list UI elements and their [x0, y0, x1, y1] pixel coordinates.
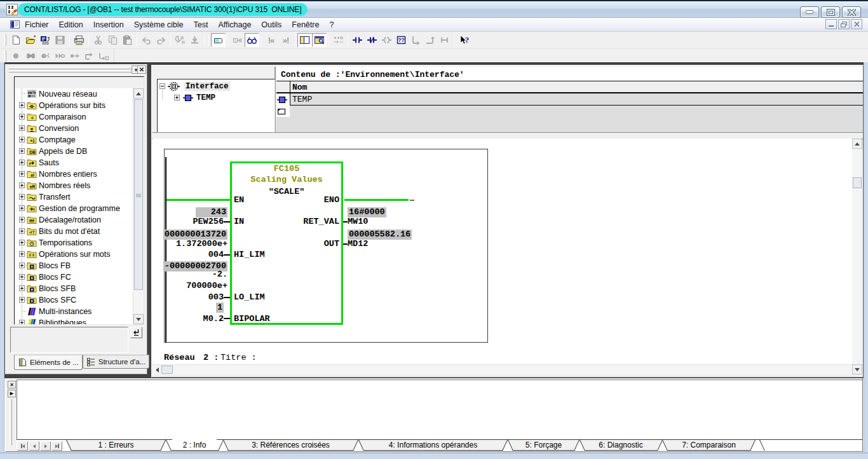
diagram-horizontal-scrollbar[interactable]	[153, 364, 852, 374]
tree-item[interactable]: +1 Comptage	[15, 134, 133, 146]
expand-plus-icon[interactable]	[174, 95, 180, 100]
tree-item[interactable]: Blocs SFB	[15, 283, 133, 294]
print-button[interactable]	[72, 33, 86, 47]
activate-breakpoint-button[interactable]	[38, 50, 53, 62]
operand-ret[interactable]: MW10	[348, 217, 368, 227]
tree-item[interactable]: Opérations sur mots	[15, 249, 133, 260]
expand-plus-icon[interactable]	[19, 274, 25, 280]
detail-window-button[interactable]	[312, 33, 327, 47]
column-header-nom[interactable]: Nom	[292, 83, 307, 92]
expand-plus-icon[interactable]	[19, 102, 25, 108]
operand-bipolar[interactable]: M0.2	[203, 314, 224, 324]
interface-temp-row[interactable]: TEMP	[158, 92, 275, 104]
save-button[interactable]	[53, 33, 67, 47]
expand-plus-icon[interactable]	[19, 114, 25, 120]
tree-item[interactable]: Opérations sur bits	[15, 100, 133, 111]
output-tab-info[interactable]: 2 : Info	[166, 439, 223, 451]
tab-scroll-last-button[interactable]	[51, 441, 62, 451]
cut-button[interactable]	[91, 33, 105, 47]
expand-plus-icon[interactable]	[19, 320, 25, 325]
contact-no-button[interactable]	[350, 33, 365, 47]
new-network-button[interactable]	[331, 33, 346, 47]
help-button[interactable]: ?	[457, 33, 471, 47]
scroll-up-button[interactable]	[133, 88, 144, 99]
copy-button[interactable]	[105, 33, 120, 47]
output-tab-force[interactable]: 5: Forçage	[508, 439, 580, 451]
step-over-button[interactable]	[82, 50, 97, 62]
insert-input-button[interactable]	[423, 33, 438, 47]
scrollbar-thumb[interactable]	[853, 177, 862, 188]
run-to-cursor-button[interactable]	[97, 50, 111, 62]
output-tab-compare[interactable]: 7: Comparaison	[662, 439, 756, 451]
menu-3[interactable]: Système cible	[129, 18, 189, 31]
expand-plus-icon[interactable]	[19, 285, 25, 291]
interface-root-label[interactable]: Interface	[184, 82, 230, 91]
mdi-restore-button[interactable]	[838, 19, 850, 29]
output-tab-errors[interactable]: 1 : Erreurs	[66, 439, 166, 451]
expand-plus-icon[interactable]	[19, 263, 25, 268]
tree-item[interactable]: Temporisations	[15, 237, 133, 249]
mdi-close-button[interactable]	[851, 19, 862, 29]
expand-plus-icon[interactable]	[19, 160, 25, 165]
tree-item[interactable]: DB Appels de DB	[15, 146, 133, 157]
coil-button[interactable]	[379, 33, 394, 47]
tree-item[interactable]: Sauts	[15, 157, 133, 168]
tree-item[interactable]: Multi-instances	[15, 306, 133, 317]
open-online-button[interactable]	[38, 33, 53, 47]
contact-nc-button[interactable]	[365, 33, 379, 47]
expand-plus-icon[interactable]	[19, 251, 25, 257]
panel-close-button[interactable]: ✕	[137, 65, 146, 74]
address-info-button[interactable]	[230, 33, 245, 47]
tree-item[interactable]: ±I Nombres entiers	[15, 168, 133, 180]
tree-item[interactable]: Décalage/rotation	[15, 214, 133, 226]
operand-out[interactable]: MD12	[348, 239, 368, 249]
tree-item[interactable]: < Comparaison	[15, 111, 133, 123]
tree-item[interactable]: ±R Nombres réels	[15, 180, 133, 191]
paste-button[interactable]	[120, 33, 135, 47]
scroll-down-button[interactable]	[852, 364, 862, 374]
empty-box-button[interactable]: ??	[394, 33, 409, 47]
undo-button[interactable]	[139, 33, 154, 47]
tree-item[interactable]: Gestion de programme	[15, 203, 133, 214]
tab-scroll-first-button[interactable]	[17, 441, 28, 451]
panel-gripper[interactable]	[9, 67, 132, 69]
scroll-up-button[interactable]	[852, 139, 862, 149]
menu-0[interactable]: Fichier	[20, 18, 54, 31]
tree-item[interactable]: Transfert	[15, 191, 133, 203]
expand-plus-icon[interactable]	[19, 148, 25, 154]
open-button[interactable]	[24, 33, 38, 47]
scroll-left-button[interactable]	[153, 365, 161, 374]
expand-plus-icon[interactable]	[19, 137, 25, 142]
tree-scrollbar[interactable]	[133, 88, 144, 324]
maximize-button[interactable]	[821, 6, 840, 18]
expand-plus-icon[interactable]	[19, 194, 25, 200]
new-button[interactable]	[9, 33, 24, 47]
hi-lim-line2[interactable]: 004	[208, 250, 224, 260]
prev-error-button[interactable]: !«	[264, 33, 278, 47]
diagram-vertical-scrollbar[interactable]	[852, 139, 862, 374]
call-structure-button[interactable]	[173, 33, 187, 47]
tree-item[interactable]: Conversion	[15, 123, 133, 134]
output-gripper[interactable]	[10, 399, 12, 445]
scroll-down-button[interactable]	[133, 314, 144, 324]
mdi-minimize-button[interactable]	[825, 19, 837, 29]
toolbar-gripper[interactable]	[4, 34, 6, 46]
tab-scroll-next-button[interactable]	[40, 441, 51, 451]
tab-call-structure[interactable]: Structure d'a...	[83, 355, 149, 369]
panel-gripper[interactable]	[9, 71, 132, 72]
network-title[interactable]: Titre :	[220, 353, 257, 363]
lo-lim-line3[interactable]: 003	[208, 292, 224, 303]
continue-button[interactable]	[67, 50, 82, 62]
expand-plus-icon[interactable]	[19, 297, 25, 303]
expand-plus-icon[interactable]	[19, 228, 25, 234]
collapse-minus-icon[interactable]	[159, 83, 165, 89]
scrollbar-thumb[interactable]	[161, 366, 173, 374]
output-close-button[interactable]: ✕	[8, 381, 16, 388]
expand-plus-icon[interactable]	[19, 240, 25, 245]
menu-2[interactable]: Insertion	[88, 18, 129, 31]
tree-item[interactable]: Nouveau réseau	[15, 88, 133, 100]
output-expand-button[interactable]: ▶	[8, 390, 16, 397]
block-number[interactable]: FC105	[230, 164, 343, 174]
overview-window-button[interactable]	[297, 33, 312, 47]
delete-breakpoints-button[interactable]	[24, 50, 38, 62]
